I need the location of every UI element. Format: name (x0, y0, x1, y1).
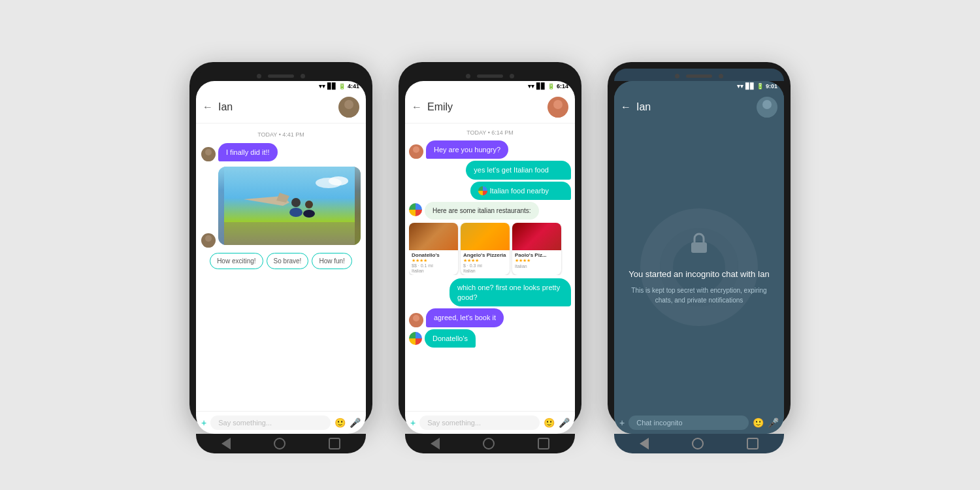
chat-header-3: ← Ian (614, 91, 784, 123)
wifi-icon-3: ▾▾ (737, 83, 743, 90)
sender-avatar-img-1 (201, 233, 216, 248)
svg-point-4 (205, 235, 212, 242)
back-nav-2[interactable] (431, 438, 440, 449)
svg-point-2 (205, 149, 212, 155)
add-icon-3[interactable]: + (619, 417, 625, 428)
bubble-which-one: which one? first one looks pretty good? … (449, 278, 571, 306)
rest-name-2: Angelo's Pizzeria (463, 252, 507, 258)
bubble-agreed: agreed, let's book it (426, 308, 504, 327)
recents-nav-3[interactable] (747, 438, 759, 449)
svg-point-1 (341, 110, 357, 118)
svg-point-5 (203, 243, 214, 248)
front-sensor-2 (510, 74, 514, 78)
msg-hungry: Hey are you hungry? (409, 140, 571, 159)
rest-details-2: $ · 0.3 mi (463, 263, 507, 268)
quick-reply-brave[interactable]: So brave! (267, 253, 309, 269)
rest-type-2: Italian (463, 269, 507, 273)
back-button-1[interactable]: ← (203, 101, 213, 113)
quick-reply-exciting[interactable]: How exciting! (210, 253, 263, 269)
recents-nav-1[interactable] (329, 438, 340, 449)
contact-name-3: Ian (636, 101, 751, 113)
recents-nav-2[interactable] (538, 438, 549, 449)
bubble-assistant-restaurants: Here are some italian restaurants: (425, 202, 539, 220)
wifi-icon-1: ▾▾ (319, 83, 325, 90)
status-bar-3: ▾▾ ▊▊ 🔋 9:01 (614, 81, 784, 91)
message-input-1[interactable]: Say something... (210, 416, 331, 430)
avatar-3 (757, 97, 777, 118)
svg-point-19 (410, 323, 422, 327)
speaker-1 (268, 74, 294, 78)
rest-details-1: $$ · 0.1 mi (412, 263, 455, 268)
mic-icon-1[interactable]: 🎤 (350, 417, 361, 428)
restaurant-angelos[interactable]: Angelo's Pizzeria ★★★★ $ · 0.3 mi Italia… (461, 223, 510, 275)
svg-point-17 (410, 154, 422, 159)
phone-3: ▾▾ ▊▊ 🔋 9:01 ← Ian (608, 62, 791, 428)
bubble-italian: yes let's get Italian food ✓✓ (466, 161, 571, 180)
contact-name-1: Ian (218, 101, 333, 113)
skydiving-image (218, 167, 361, 245)
back-button-3[interactable]: ← (621, 101, 631, 113)
back-nav-3[interactable] (640, 438, 649, 449)
chat-body-2: TODAY • 6:14 PM Hey are you hungry? yes … (405, 123, 575, 411)
svg-point-3 (203, 157, 214, 161)
message-input-3[interactable]: Chat incognito (629, 416, 749, 430)
msg-donatello-result: Donatello's (409, 329, 571, 348)
rest-stars-2: ★★★★ (463, 258, 507, 263)
phone-nav-3 (614, 434, 784, 453)
battery-icon-2: 🔋 (547, 83, 555, 90)
svg-point-14 (553, 100, 563, 109)
phone-1: ▾▾ ▊▊ 🔋 4:41 ← Ian TODAY • 4:41 PM (189, 62, 372, 428)
svg-rect-22 (691, 242, 707, 253)
front-sensor-1 (301, 74, 305, 78)
svg-point-16 (413, 146, 419, 153)
input-bar-2: + Say something... 🙂 🎤 (405, 411, 575, 434)
chat-body-1: TODAY • 4:41 PM I finally did it!! (196, 123, 366, 411)
emoji-icon-3[interactable]: 🙂 (753, 417, 764, 428)
mic-icon-3[interactable]: 🎤 (768, 417, 779, 428)
svg-point-15 (550, 110, 566, 118)
restaurant-donatello[interactable]: Donatello's ★★★★ $$ · 0.1 mi Italian (409, 223, 458, 275)
emoji-icon-2[interactable]: 🙂 (544, 417, 555, 428)
input-bar-1: + Say something... 🙂 🎤 (196, 411, 366, 434)
back-button-2[interactable]: ← (412, 101, 422, 113)
wifi-icon-2: ▾▾ (528, 83, 534, 90)
bubble-nearby: Italian food nearby ✓✓ (470, 182, 571, 200)
svg-point-21 (759, 110, 775, 118)
avatar-2 (547, 97, 568, 118)
add-icon-2[interactable]: + (410, 417, 416, 428)
back-nav-1[interactable] (221, 438, 231, 449)
home-nav-2[interactable] (483, 438, 495, 449)
restaurant-paolos[interactable]: Paolo's Piz... ★★★★ Italian (512, 223, 561, 275)
msg-agreed: agreed, let's book it (409, 308, 571, 327)
camera-dot-3 (675, 74, 679, 78)
time-2: 6:14 (557, 83, 568, 90)
message-row-received-1: I finally did it!! (201, 143, 361, 161)
camera-dot-1 (257, 74, 261, 78)
signal-icon-1: ▊▊ (327, 83, 336, 90)
phone-2: ▾▾ ▊▊ 🔋 6:14 ← Emily TODAY • 6:14 PM (399, 62, 581, 428)
quick-replies-1: How exciting! So brave! How fun! (201, 253, 361, 269)
add-icon-1[interactable]: + (201, 417, 206, 428)
bubble-hungry: Hey are you hungry? (426, 140, 508, 159)
home-nav-3[interactable] (692, 438, 704, 449)
restaurant-cards: Donatello's ★★★★ $$ · 0.1 mi Italian Ang… (409, 223, 571, 275)
msg-italian: yes let's get Italian food ✓✓ (409, 161, 571, 180)
speaker-3 (686, 74, 712, 78)
message-input-2[interactable]: Say something... (419, 416, 540, 430)
emily-avatar-1 (409, 144, 423, 159)
quick-reply-fun[interactable]: How fun! (312, 253, 351, 269)
front-sensor-3 (719, 74, 723, 78)
svg-point-0 (344, 100, 353, 109)
battery-icon-1: 🔋 (338, 83, 346, 90)
speaker-2 (477, 74, 503, 78)
svg-point-20 (762, 100, 772, 109)
emoji-icon-1[interactable]: 🙂 (335, 417, 346, 428)
mic-icon-2[interactable]: 🎤 (559, 417, 570, 428)
signal-icon-3: ▊▊ (745, 83, 755, 90)
phone-nav-1 (196, 434, 366, 453)
svg-point-18 (413, 315, 419, 321)
time-1: 4:41 (348, 83, 359, 90)
home-nav-1[interactable] (274, 438, 286, 449)
svg-point-10 (291, 198, 301, 207)
rest-stars-1: ★★★★ (412, 258, 455, 263)
